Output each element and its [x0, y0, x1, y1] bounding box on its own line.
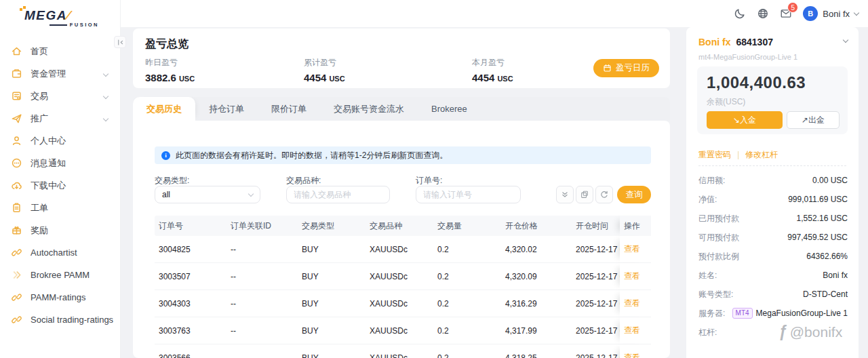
- export-copy-icon: [580, 190, 589, 199]
- table-cell: 3003566: [155, 344, 226, 358]
- table-cell: 3004303: [155, 290, 226, 317]
- watermark-handle: @bonifx: [790, 324, 842, 340]
- account-detail-row: 净值:999,011.69 USC: [698, 190, 848, 209]
- pnl-stat-value: 3882.6USC: [145, 72, 195, 83]
- export-button[interactable]: [576, 186, 593, 203]
- sidebar-item-tickets[interactable]: 工单: [0, 197, 120, 219]
- table-cell: 0.2: [433, 344, 501, 358]
- detail-label: 净值:: [698, 194, 717, 205]
- sidebar-item-social-trading-ratings[interactable]: Social trading-ratings: [0, 309, 120, 331]
- user-icon: [11, 135, 22, 146]
- link-icon: [11, 247, 22, 258]
- gift-icon: [11, 224, 22, 236]
- divider: [738, 151, 738, 159]
- sidebar-item-label: 奖励: [31, 224, 111, 237]
- pnl-stat-label: 累计盈亏: [304, 57, 345, 68]
- sidebar-item-rewards[interactable]: 奖励: [0, 219, 120, 241]
- table-cell: 2025-12-17 0: [572, 263, 620, 290]
- table-cell: 0.2: [433, 236, 501, 262]
- view-order-link[interactable]: 查看: [624, 298, 640, 309]
- table-action-cell: 查看: [620, 290, 651, 317]
- table-action-cell: 查看: [620, 236, 651, 262]
- detail-value: 999,011.69 USC: [788, 195, 848, 204]
- chevron-down-icon: [103, 93, 108, 98]
- expand-filters-button[interactable]: [556, 186, 574, 203]
- reset-password-link[interactable]: 重置密码: [698, 149, 731, 161]
- table-cell: --: [226, 344, 298, 358]
- message-icon: [11, 157, 22, 169]
- table-cell: 0.2: [433, 290, 501, 317]
- tab-限价订单[interactable]: 限价订单: [258, 97, 320, 121]
- home-icon: [11, 45, 22, 57]
- table-header-row: 订单号订单关联ID交易类型交易品种交易量开仓价格开仓时间操作: [155, 216, 651, 236]
- change-leverage-link[interactable]: 修改杠杆: [745, 149, 778, 161]
- tab-持仓订单[interactable]: 持仓订单: [195, 97, 258, 121]
- sidebar-item-downloads[interactable]: 下载中心: [0, 174, 120, 197]
- detail-value: MT4MegaFusionGroup-Live 1: [732, 308, 848, 319]
- table-action-cell: 查看: [620, 344, 651, 358]
- symbol-input[interactable]: [294, 190, 382, 199]
- sidebar-item-brokree-pamm[interactable]: Brokree PAMM: [0, 264, 120, 286]
- sidebar-item-profile[interactable]: 个人中心: [0, 130, 120, 152]
- withdraw-button[interactable]: ↗出金: [787, 111, 840, 129]
- sidebar-collapse-button[interactable]: [114, 36, 126, 48]
- chevron-down-icon[interactable]: [843, 37, 848, 43]
- sidebar-item-label: 下载中心: [31, 180, 111, 192]
- account-server-subtitle: mt4-MegaFusionGroup-Live 1: [698, 53, 797, 61]
- account-detail-row: 已用预付款1,552.16 USC: [698, 209, 848, 228]
- table-action-cell: 查看: [620, 263, 651, 290]
- table-row: 3004825--BUYXAUUSDc0.24,320.022025-12-17…: [155, 236, 651, 263]
- link-icon: [11, 314, 22, 325]
- account-detail-row: 可用预付款997,459.52 USC: [698, 228, 848, 247]
- refresh-button[interactable]: [595, 186, 613, 203]
- sidebar-item-notifications[interactable]: 消息通知: [0, 152, 120, 174]
- chevron-down-icon: [854, 9, 859, 15]
- order-number-input[interactable]: [423, 190, 513, 199]
- sidebar-item-label: 工单: [31, 202, 111, 214]
- dark-mode-moon-icon[interactable]: [734, 7, 746, 20]
- tab-Brokeree[interactable]: Brokeree: [418, 97, 481, 121]
- view-order-link[interactable]: 查看: [624, 271, 640, 282]
- table-cell: BUY: [298, 236, 366, 262]
- watermark-logo: ƒ: [778, 323, 787, 341]
- detail-label: 已用预付款: [698, 213, 739, 224]
- sidebar-item-autochartist[interactable]: Autochartist: [0, 241, 120, 264]
- table-cell: 2025-12-17 0: [572, 290, 620, 317]
- tab-交易账号资金流水[interactable]: 交易账号资金流水: [320, 97, 418, 121]
- sidebar-item-pamm-ratings[interactable]: PAMM-ratings: [0, 286, 120, 309]
- pnl-calendar-button[interactable]: 盈亏日历: [593, 59, 659, 77]
- language-globe-icon[interactable]: [757, 7, 769, 20]
- sidebar-item-promotion[interactable]: 推广: [0, 107, 120, 130]
- view-order-link[interactable]: 查看: [624, 352, 640, 358]
- view-order-link[interactable]: 查看: [624, 243, 640, 255]
- sidebar-item-trade[interactable]: 交易: [0, 85, 120, 107]
- sidebar-item-home[interactable]: 首页: [0, 40, 120, 62]
- order-number-input-wrap: [416, 186, 521, 203]
- table-cell: BUY: [298, 263, 366, 290]
- search-button[interactable]: 查询: [617, 186, 651, 203]
- logo-accent-dots: [20, 8, 22, 11]
- delay-notice-text: 此页面的数据会有稍许延时。即时的数据，请稍等1-2分钟后刷新页面查询。: [176, 150, 448, 161]
- account-panel: Boni fx 6841307 mt4-MegaFusionGroup-Live…: [686, 27, 859, 358]
- info-icon: i: [161, 151, 170, 160]
- messages-mail-icon[interactable]: 5: [780, 7, 792, 20]
- table-cell: BUY: [298, 317, 366, 344]
- account-detail-row: 服务器:MT4MegaFusionGroup-Live 1: [698, 304, 848, 323]
- view-order-link[interactable]: 查看: [624, 325, 640, 336]
- pnl-stat: 累计盈亏4454USC: [304, 57, 345, 83]
- table-header-cell: 开仓时间: [572, 216, 620, 236]
- account-header[interactable]: Boni fx 6841307: [698, 37, 773, 47]
- unread-count-badge: 5: [787, 2, 798, 13]
- user-menu[interactable]: B Boni fx: [803, 6, 859, 21]
- deposit-button[interactable]: ↘入金: [707, 111, 783, 129]
- trade-type-select[interactable]: all: [155, 186, 260, 203]
- table-row: 3003566--BUYXAUUSDc0.24,318.252025-12-17…: [155, 344, 651, 358]
- detail-value: D-STD-Cent: [803, 290, 848, 299]
- pnl-calendar-label: 盈亏日历: [616, 62, 650, 74]
- sidebar-item-funds[interactable]: 资金管理: [0, 62, 120, 85]
- table-cell: 3004825: [155, 236, 226, 262]
- tab-交易历史[interactable]: 交易历史: [133, 97, 195, 121]
- pnl-stat-value: 4454USC: [304, 72, 345, 83]
- table-header-cell: 交易品种: [366, 216, 433, 236]
- symbol-input-wrap: [286, 186, 390, 203]
